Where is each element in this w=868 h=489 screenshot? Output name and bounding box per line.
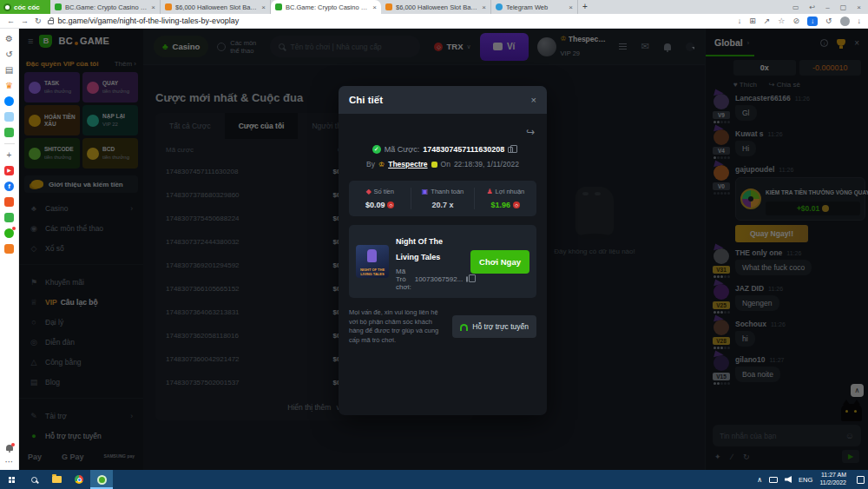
downloads-icon[interactable]: ↓ <box>858 17 862 25</box>
youtube-icon[interactable]: ▶ <box>4 166 14 175</box>
windows-logo-icon <box>9 477 11 479</box>
game-id-row: Mã Trò chơi: 10073067592... <box>396 268 464 291</box>
tray-expand-icon[interactable]: ∧ <box>757 476 762 484</box>
address-bar: ← → ↻ bc.game/vi/game/night-of-the-livin… <box>0 14 868 29</box>
halloween-favicon <box>165 3 172 10</box>
payout-icon: ▣ <box>422 188 429 195</box>
network-display-icon[interactable] <box>769 477 778 483</box>
more-options-icon[interactable]: ⋯ <box>4 457 14 466</box>
video-app-icon[interactable] <box>4 112 14 122</box>
headset-icon <box>460 324 468 329</box>
live-support-button[interactable]: Hỗ trợ trực tuyến <box>452 315 536 338</box>
tab-close-icon[interactable]: × <box>569 3 573 11</box>
support-note-row: Mọi vấn đề, xin vui lòng liên hệ với bộ … <box>349 308 536 345</box>
url-text[interactable]: bc.game/vi/game/night-of-the-living-tale… <box>58 17 240 25</box>
trx-coin-icon <box>513 202 520 208</box>
modal-close-icon[interactable]: × <box>531 95 536 105</box>
gift-app-icon[interactable] <box>4 213 14 222</box>
profile-avatar-icon[interactable] <box>840 17 850 26</box>
ad-blocker-icon[interactable]: ⊘ <box>792 17 799 25</box>
minimize-button[interactable]: – <box>825 3 829 11</box>
reload-icon[interactable]: ↻ <box>35 17 42 25</box>
chrome-icon <box>75 475 83 484</box>
taskbar-search-button[interactable] <box>23 470 45 489</box>
game-id-value: 10073067592... <box>415 275 464 283</box>
browser-tab-2[interactable]: $6,000 Halloween Slot Battle × <box>161 0 271 14</box>
chrome-button[interactable] <box>68 470 90 489</box>
browser-tab-1[interactable]: BC.Game: Crypto Casino Gan × <box>50 0 161 14</box>
forward-icon[interactable]: → <box>21 17 29 25</box>
back-icon[interactable]: ← <box>7 17 15 25</box>
file-explorer-button[interactable] <box>45 470 68 489</box>
translate-icon[interactable]: ⊞ <box>749 17 756 25</box>
action-center-icon[interactable] <box>857 476 865 484</box>
crown-icon: ♔ <box>378 161 385 169</box>
share-icon[interactable]: ↗ <box>764 17 771 25</box>
share-bet-icon[interactable]: ↪ <box>526 126 535 138</box>
bookmark-star-icon[interactable]: ☆ <box>778 17 785 25</box>
screen: cốc cốc BC.Game: Crypto Casino Gan × $6,… <box>0 0 868 489</box>
facebook-icon[interactable]: f <box>4 182 14 191</box>
coccoc-icon <box>97 475 107 485</box>
news-feed-icon[interactable]: ▤ <box>4 65 14 75</box>
copy-icon[interactable] <box>466 276 468 282</box>
bet-datetime: 22:18:39, 1/11/2022 <box>454 160 519 169</box>
coccoc-sidebar: ⚙ ↺ ▤ ♛ + ▶ f ⋯ <box>0 29 19 470</box>
volume-icon[interactable] <box>785 476 792 483</box>
settings-gear-icon[interactable]: ⚙ <box>4 34 14 43</box>
profit-icon: ♟ <box>486 188 492 195</box>
bcgame-favicon <box>55 3 62 10</box>
game-card: NIGHT OF THE LIVING TALES Night Of The L… <box>349 225 536 298</box>
hot-crown-icon[interactable]: ♛ <box>4 81 14 90</box>
bet-stats: ◆Số tiền $0.09 ▣Thanh toán 20.7 x ♟Lợi n… <box>349 181 536 216</box>
coccoc-brand-button[interactable]: cốc cốc <box>0 0 50 14</box>
browser-tab-bar: cốc cốc BC.Game: Crypto Casino Gan × $6,… <box>0 0 868 14</box>
taskbar-clock[interactable]: 11:27 AM 11/2/2022 <box>819 472 846 487</box>
bcgame-app: ≡ B BC GAME Đặc quyền VIP của tôi Thêm › <box>19 29 868 470</box>
trx-coin-icon <box>387 202 394 208</box>
new-tab-button[interactable]: + <box>578 0 592 14</box>
coccoc-logo-icon <box>3 3 11 11</box>
messenger-icon[interactable] <box>4 96 14 106</box>
lock-icon <box>48 20 54 24</box>
history-icon[interactable]: ↺ <box>4 50 14 59</box>
cart-app-icon[interactable] <box>4 244 14 254</box>
tab-close-icon[interactable]: × <box>372 3 377 11</box>
chat-app-icon[interactable] <box>4 228 14 238</box>
play-now-button[interactable]: Chơi Ngay <box>470 250 529 274</box>
badge-emblem-icon <box>431 162 437 168</box>
bet-details-modal: Chi tiết × ↪ ✓ Mã Cược: 1748307457111630… <box>339 86 547 415</box>
tab-close-icon[interactable]: × <box>261 3 266 11</box>
shop-app-icon[interactable] <box>4 197 14 207</box>
bet-by-row: By ♔ Thespectre On 22:18:39, 1/11/2022 <box>339 160 547 169</box>
language-indicator[interactable]: ENG <box>799 476 812 484</box>
sync-icon[interactable]: ↺ <box>825 17 832 25</box>
tab-search-icon[interactable]: ▭ <box>792 3 799 11</box>
games-controller-icon[interactable] <box>4 128 14 137</box>
copy-icon[interactable] <box>508 147 513 153</box>
tab-close-icon[interactable]: × <box>482 3 486 11</box>
add-app-icon[interactable]: + <box>4 150 14 160</box>
browser-tab-5[interactable]: Telegram Web × <box>491 0 578 14</box>
notifications-bell-icon[interactable] <box>6 445 13 451</box>
maximize-button[interactable]: ▢ <box>840 3 847 11</box>
close-button[interactable]: × <box>857 3 861 11</box>
player-link[interactable]: Thespectre <box>388 160 427 169</box>
tab-close-icon[interactable]: × <box>151 3 155 11</box>
bcgame-favicon <box>275 3 282 10</box>
support-note: Mọi vấn đề, xin vui lòng liên hệ với bộ … <box>349 308 445 345</box>
coccoc-brand-label: cốc cốc <box>14 3 40 11</box>
game-title: Night Of The Living Tales <box>396 237 443 261</box>
coccoc-taskbar-button[interactable] <box>90 470 113 489</box>
start-button[interactable] <box>0 470 23 489</box>
recent-tabs-icon[interactable]: ↩ <box>810 3 816 11</box>
browser-tab-3-active[interactable]: BC.Game: Crypto Casino Gan × <box>271 0 381 14</box>
game-thumbnail[interactable]: NIGHT OF THE LIVING TALES <box>356 245 389 278</box>
url-box[interactable]: bc.game/vi/game/night-of-the-living-tale… <box>48 17 732 25</box>
stat-amount: ◆Số tiền $0.09 <box>349 188 411 209</box>
download-manager-icon[interactable]: ↓ <box>807 17 818 26</box>
telegram-favicon <box>496 3 503 10</box>
save-page-icon[interactable]: ↓ <box>738 17 742 25</box>
browser-tab-4[interactable]: $6,000 Halloween Slot Battle × <box>381 0 491 14</box>
modal-title: Chi tiết <box>349 95 383 105</box>
